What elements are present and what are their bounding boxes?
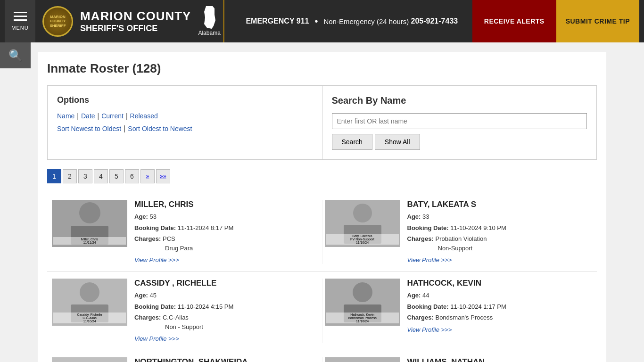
page-2-link[interactable]: 2 xyxy=(63,169,77,183)
non-emergency-label: Non-Emergency (24 hours) xyxy=(323,17,409,25)
view-profile-cassidy[interactable]: View Profile >>> xyxy=(134,335,179,342)
search-input[interactable] xyxy=(332,113,587,129)
inmate-info-hathcock: HATHCOCK, KEVIN Age: 44 Booking Date: 11… xyxy=(407,279,593,343)
inmate-name-cassidy: CASSIDY , RICHELLE xyxy=(134,279,320,288)
page-4-link[interactable]: 4 xyxy=(94,169,108,183)
inmate-name-miller: MILLER, CHRIS xyxy=(134,200,320,209)
inmate-miller: Miller, Chris11/11/24 MILLER, CHRIS Age:… xyxy=(50,200,322,264)
page-5-link[interactable]: 5 xyxy=(109,169,124,183)
sort-newest-link[interactable]: Sort Newest to Oldest xyxy=(57,125,121,132)
inmate-photo-hathcock: Hathcock, KevinBondsman Process11/10/24 xyxy=(325,279,400,326)
inmate-photo-williams xyxy=(325,357,400,362)
page-title: Inmate Roster (128) xyxy=(47,61,597,76)
inmate-age-hathcock: Age: 44 xyxy=(407,291,593,300)
page-6-link[interactable]: 6 xyxy=(125,169,139,183)
site-header: MENU MARIONCOUNTYSHERIFF MARION COUNTY S… xyxy=(0,0,644,42)
filter-released-link[interactable]: Released xyxy=(130,112,158,120)
sort-links: Sort Newest to Oldest | Sort Oldest to N… xyxy=(57,124,313,133)
sort-oldest-link[interactable]: Sort Oldest to Newest xyxy=(128,125,192,132)
inmate-charges-hathcock: Charges: Bondsman's Process xyxy=(407,313,593,322)
inmate-name-northington: NORTHINGTON, SHAKWEIDA xyxy=(134,357,320,362)
inmate-cassidy: Cassidy, RichelleC.C-Alias11/10/24 CASSI… xyxy=(50,279,322,343)
view-profile-miller[interactable]: View Profile >>> xyxy=(134,256,179,263)
emergency-label: EMERGENCY 911 xyxy=(246,17,309,25)
inmate-age-miller: Age: 53 xyxy=(134,212,320,222)
sheriff-badge: MARIONCOUNTYSHERIFF xyxy=(42,6,73,37)
next-page-link[interactable]: » xyxy=(140,169,155,183)
page-3-link[interactable]: 3 xyxy=(78,169,92,183)
separator-dot: • xyxy=(314,16,318,27)
inmate-name-baty: BATY, LAKEATA S xyxy=(407,200,593,209)
filter-name-link[interactable]: Name xyxy=(57,112,74,120)
inmate-row-2: Cassidy, RichelleC.C-Alias11/10/24 CASSI… xyxy=(47,272,597,350)
inmate-charges-baty: Charges: Probation ViolationNon-Support xyxy=(407,234,593,253)
page-1-link[interactable]: 1 xyxy=(47,169,61,183)
show-all-button[interactable]: Show All xyxy=(375,134,420,150)
options-title: Options xyxy=(57,95,313,105)
inmate-info-williams: WILLIAMS, NATHAN xyxy=(407,357,593,362)
inmate-name-williams: WILLIAMS, NATHAN xyxy=(407,357,593,362)
filter-date-link[interactable]: Date xyxy=(81,112,95,120)
inmate-age-cassidy: Age: 45 xyxy=(134,291,320,300)
nav-divider xyxy=(223,0,224,42)
menu-button[interactable]: MENU xyxy=(5,0,35,42)
inmate-info-northington: NORTHINGTON, SHAKWEIDA xyxy=(134,357,320,362)
inmate-charges-miller: Charges: PCSDrug Para xyxy=(134,234,320,253)
search-buttons: Search Show All xyxy=(332,134,587,150)
state-logo: Alabama xyxy=(198,6,220,36)
inmate-booking-baty: Booking Date: 11-10-2024 9:10 PM xyxy=(407,223,593,233)
org-name-line2: SHERIFF'S OFFICE xyxy=(80,24,191,33)
header-buttons: RECEIVE ALERTS SUBMIT CRIME TIP xyxy=(472,0,639,42)
inmate-northington: NORTHINGTON, SHAKWEIDA xyxy=(50,357,322,362)
options-section: Options Name | Date | Current | Released… xyxy=(48,86,322,159)
main-content: Inmate Roster (128) Options Name | Date … xyxy=(38,52,606,362)
inmate-row-3: NORTHINGTON, SHAKWEIDA WILLIAMS, NATHAN xyxy=(47,350,597,362)
inmate-photo-cassidy: Cassidy, RichelleC.C-Alias11/10/24 xyxy=(52,279,127,326)
state-label: Alabama xyxy=(198,30,220,36)
view-profile-hathcock[interactable]: View Profile >>> xyxy=(407,326,452,333)
inmate-charges-cassidy: Charges: C.C-AliasNon - Support xyxy=(134,313,320,331)
options-panel: Options Name | Date | Current | Released… xyxy=(47,85,597,160)
menu-label: MENU xyxy=(11,25,28,31)
inmate-booking-cassidy: Booking Date: 11-10-2024 4:15 PM xyxy=(134,302,320,312)
inmate-photo-miller: Miller, Chris11/11/24 xyxy=(52,200,127,247)
phone-number: 205-921-7433 xyxy=(411,17,458,25)
options-filter-links: Name | Date | Current | Released xyxy=(57,112,313,120)
receive-alerts-button[interactable]: RECEIVE ALERTS xyxy=(472,0,556,42)
last-page-link[interactable]: »» xyxy=(156,169,170,183)
sidebar-search-area[interactable]: 🔍 xyxy=(0,42,31,68)
inmate-williams: WILLIAMS, NATHAN xyxy=(322,357,595,362)
inmate-info-miller: MILLER, CHRIS Age: 53 Booking Date: 11-1… xyxy=(134,200,320,264)
inmate-booking-hathcock: Booking Date: 11-10-2024 1:17 PM xyxy=(407,302,593,312)
inmate-info-cassidy: CASSIDY , RICHELLE Age: 45 Booking Date:… xyxy=(134,279,320,343)
org-name-line1: MARION COUNTY xyxy=(80,9,191,24)
header-contact: EMERGENCY 911 • Non-Emergency (24 hours)… xyxy=(231,16,472,27)
search-icon: 🔍 xyxy=(8,49,23,62)
search-button[interactable]: Search xyxy=(332,134,372,150)
alabama-state-icon xyxy=(202,6,216,29)
search-section: Search By Name Search Show All xyxy=(322,86,597,159)
view-profile-baty[interactable]: View Profile >>> xyxy=(407,256,452,263)
inmate-photo-northington xyxy=(52,357,127,362)
inmate-baty: Baty, LakeataPV Non-Support11/10/24 BATY… xyxy=(322,200,595,264)
inmate-booking-miller: Booking Date: 11-11-2024 8:17 PM xyxy=(134,223,320,233)
inmate-age-baty: Age: 33 xyxy=(407,212,593,222)
logo-area: MARIONCOUNTYSHERIFF MARION COUNTY SHERIF… xyxy=(35,0,231,42)
inmate-hathcock: Hathcock, KevinBondsman Process11/10/24 … xyxy=(322,279,595,343)
inmate-info-baty: BATY, LAKEATA S Age: 33 Booking Date: 11… xyxy=(407,200,593,264)
org-name: MARION COUNTY SHERIFF'S OFFICE xyxy=(80,9,191,33)
inmate-name-hathcock: HATHCOCK, KEVIN xyxy=(407,279,593,288)
inmate-row: Miller, Chris11/11/24 MILLER, CHRIS Age:… xyxy=(47,193,597,272)
inmates-grid: Miller, Chris11/11/24 MILLER, CHRIS Age:… xyxy=(47,193,597,362)
submit-crime-tip-button[interactable]: SUBMIT CRIME TIP xyxy=(556,0,639,42)
inmate-photo-baty: Baty, LakeataPV Non-Support11/10/24 xyxy=(325,200,400,247)
search-title: Search By Name xyxy=(332,95,587,106)
pagination: 1 2 3 4 5 6 » »» xyxy=(47,169,597,183)
filter-current-link[interactable]: Current xyxy=(101,112,124,120)
